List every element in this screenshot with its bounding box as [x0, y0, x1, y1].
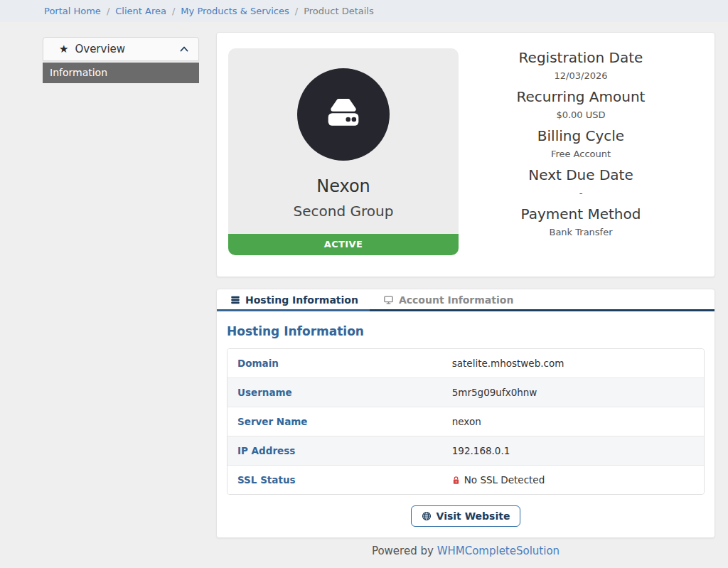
sidebar-overview-header[interactable]: ★ Overview — [43, 37, 199, 61]
button-area: Visit Website — [227, 495, 705, 533]
chevron-up-icon — [180, 46, 188, 52]
sidebar-item-information[interactable]: Information — [43, 63, 199, 83]
sidebar-overview-label: Overview — [75, 43, 125, 55]
powered-by-text: Powered by — [372, 545, 434, 557]
ssl-status-text: No SSL Detected — [464, 474, 545, 486]
detail-value: 12/03/2026 — [459, 70, 703, 81]
monitor-icon — [383, 295, 394, 305]
table-row-ip-address: IP Address 192.168.0.1 — [228, 436, 704, 465]
breadcrumb-separator: / — [107, 6, 109, 16]
hosting-information-section: Hosting Information Domain satelite.mhos… — [217, 324, 714, 537]
tab-hosting-information[interactable]: Hosting Information — [217, 289, 370, 311]
visit-website-label: Visit Website — [437, 510, 510, 522]
product-card-body: Nexon Second Group — [228, 48, 459, 234]
detail-label: Payment Method — [459, 205, 703, 223]
row-value: nexon — [452, 416, 481, 427]
star-icon: ★ — [59, 44, 68, 55]
row-label: Username — [237, 387, 452, 398]
tab-label: Account Information — [399, 294, 513, 306]
product-summary-panel: Nexon Second Group ACTIVE Registration D… — [216, 32, 715, 277]
breadcrumb-separator: / — [295, 6, 298, 16]
table-row-ssl-status: SSL Status No SSL Detected — [228, 465, 704, 494]
breadcrumb-separator: / — [172, 6, 175, 16]
table-row-domain: Domain satelite.mhostweb.com — [228, 349, 704, 377]
product-details-page: Portal Home / Client Area / My Products … — [0, 0, 728, 568]
table-row-server-name: Server Name nexon — [228, 407, 704, 436]
detail-value: Bank Transfer — [459, 227, 703, 237]
breadcrumb-link-my-products[interactable]: My Products & Services — [181, 6, 289, 16]
whmcs-link[interactable]: WHMCompleteSolution — [437, 545, 560, 557]
sidebar: ★ Overview Information — [43, 37, 199, 557]
row-label: Server Name — [237, 416, 452, 427]
row-value: satelite.mhostweb.com — [452, 358, 564, 369]
server-icon — [230, 295, 240, 305]
visit-website-button[interactable]: Visit Website — [411, 505, 521, 527]
tab-label: Hosting Information — [245, 294, 358, 306]
breadcrumb-link-portal-home[interactable]: Portal Home — [44, 6, 101, 16]
breadcrumb-current: Product Details — [304, 6, 374, 16]
detail-label: Registration Date — [459, 49, 703, 66]
detail-value: - — [459, 188, 703, 198]
product-name: Nexon — [235, 176, 451, 196]
row-value: 5mr5g09ufx0hnw — [452, 387, 537, 398]
row-label: Domain — [237, 358, 452, 369]
hosting-info-table: Domain satelite.mhostweb.com Username 5m… — [227, 348, 705, 495]
breadcrumb: Portal Home / Client Area / My Products … — [0, 0, 728, 22]
lock-icon — [452, 476, 460, 485]
breadcrumb-link-client-area[interactable]: Client Area — [115, 6, 166, 16]
main-content: Nexon Second Group ACTIVE Registration D… — [216, 32, 715, 557]
status-badge: ACTIVE — [228, 234, 459, 255]
summary-details: Registration Date 12/03/2026 Recurring A… — [459, 48, 703, 255]
hard-drive-icon — [297, 68, 390, 161]
row-value: No SSL Detected — [452, 474, 545, 486]
table-row-username: Username 5mr5g09ufx0hnw — [228, 377, 704, 407]
detail-value: $0.00 USD — [459, 109, 703, 120]
row-label: IP Address — [237, 445, 452, 456]
footer: Powered by WHMCompleteSolution — [216, 545, 715, 557]
tab-account-information[interactable]: Account Information — [370, 289, 525, 309]
detail-value: Free Account — [459, 149, 703, 159]
detail-label: Recurring Amount — [459, 88, 703, 105]
row-label: SSL Status — [237, 474, 452, 486]
product-card: Nexon Second Group ACTIVE — [228, 48, 459, 255]
section-title: Hosting Information — [227, 324, 705, 338]
detail-label: Next Due Date — [459, 166, 703, 183]
row-value: 192.168.0.1 — [452, 445, 510, 456]
tab-bar: Hosting Information Account Information — [217, 289, 714, 311]
globe-icon — [422, 511, 432, 521]
detail-label: Billing Cycle — [459, 127, 703, 144]
information-panel: Hosting Information Account Information — [216, 289, 715, 538]
product-group: Second Group — [235, 203, 451, 220]
